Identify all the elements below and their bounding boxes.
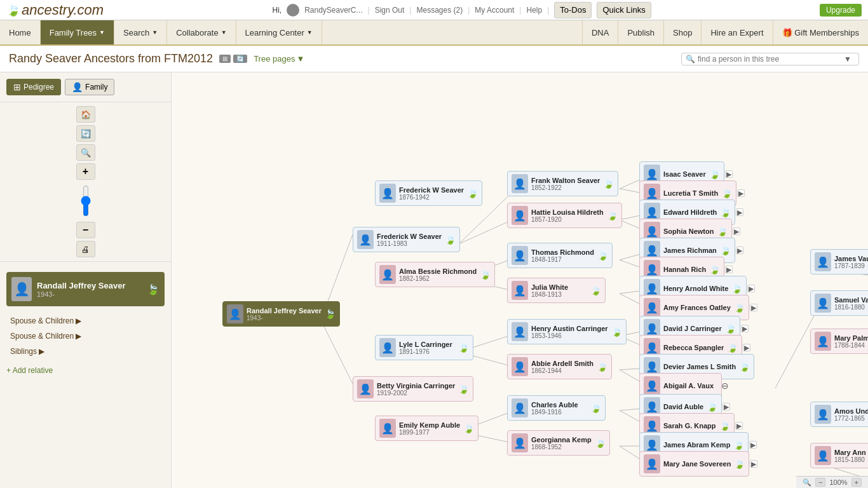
nav-dna[interactable]: DNA: [582, 20, 618, 44]
expand-sarah[interactable]: ▶: [735, 422, 743, 430]
logo: 🍃 ancestry.com: [6, 2, 104, 18]
person-frank[interactable]: 👤 Frank Walton Seaver 1852-1922 🍃: [507, 171, 618, 196]
name-betty: Betty Virginia Carringer: [377, 382, 455, 390]
name-emily: Emily Kemp Auble: [399, 421, 460, 429]
person-randall[interactable]: 👤 Randall Jeffrey Seaver 1943- 🍃: [222, 301, 340, 327]
nav-hire-expert[interactable]: Hire an Expert: [701, 20, 772, 44]
person-fw1[interactable]: 👤 Frederick W Seaver 1876-1942 🍃: [375, 180, 482, 206]
tree-canvas[interactable]: 👤 Randall Jeffrey Seaver 1943- 🍃 👤 Frede…: [172, 72, 868, 488]
siblings-link[interactable]: Siblings ▶: [6, 344, 165, 358]
root-person-dates: 1943-: [37, 290, 125, 298]
person-charles[interactable]: 👤 Charles Auble 1849-1916 🍃: [507, 395, 606, 421]
print-button[interactable]: 🖨: [76, 241, 95, 257]
person-emily[interactable]: 👤 Emily Kemp Auble 1899-1977 🍃: [375, 416, 478, 441]
leaf-isaac: 🍃: [709, 169, 720, 179]
nav-gift[interactable]: 🎁 Gift Memberships: [773, 20, 868, 44]
zoom-out-status[interactable]: −: [815, 478, 825, 487]
name-amy: Amy Frances Oatley: [663, 304, 731, 311]
tree-icon-button[interactable]: ⊞: [219, 55, 231, 63]
avatar-georgianna: 👤: [512, 433, 528, 452]
spouse-children-link-1[interactable]: Spouse & Children ▶: [6, 314, 165, 328]
expand-hannah[interactable]: ▶: [725, 266, 733, 273]
tree-sync-button[interactable]: 🔄: [233, 55, 247, 63]
expand-edward[interactable]: ▶: [736, 208, 743, 216]
nav-home[interactable]: Home: [0, 20, 41, 44]
expand-james-richman[interactable]: ▶: [736, 247, 743, 254]
dates-lyle: 1891-1976: [399, 348, 452, 355]
name-julia: Julia White: [531, 283, 568, 291]
avatar-mary-palmer: 👤: [815, 332, 831, 351]
name-henry-arnold: Henry Arnold White: [663, 285, 728, 292]
upgrade-button[interactable]: Upgrade: [820, 4, 862, 17]
nav-publish[interactable]: Publish: [618, 20, 663, 44]
help-link[interactable]: Help: [526, 6, 542, 15]
zoom-out-button[interactable]: −: [76, 222, 95, 238]
person-samuel-vaux[interactable]: 👤 Samuel Vaux 1816-1880 🍃: [810, 290, 868, 316]
person-thomas[interactable]: 👤 Thomas Richmond 1848-1917 🍃: [507, 243, 613, 268]
messages-link[interactable]: Messages (2): [416, 6, 463, 15]
leaf-lyle: 🍃: [458, 342, 469, 353]
zoom-in-button[interactable]: +: [76, 163, 95, 180]
nav-search[interactable]: Search ▼: [114, 20, 167, 44]
person-henry-austin[interactable]: 👤 Henry Austin Carringer 1853-1946 🍃: [507, 319, 627, 344]
leaf-sophia: 🍃: [717, 226, 728, 236]
person-abbie[interactable]: 👤 Abbie Ardell Smith 1862-1944 🍃: [507, 354, 612, 379]
search-dropdown-arrow[interactable]: ▼: [844, 55, 851, 64]
expand-sophia[interactable]: ▶: [733, 227, 740, 235]
leaf-emily: 🍃: [463, 423, 474, 433]
expand-david-auble[interactable]: ▶: [722, 403, 730, 410]
leaf-henry-arnold: 🍃: [731, 283, 742, 294]
find-person-input[interactable]: [698, 55, 844, 64]
dates-randall: 1943-: [247, 315, 322, 322]
nav-bar: Home Family Trees ▼ Search ▼ Collaborate…: [0, 20, 868, 46]
family-label: Family: [85, 83, 107, 92]
person-georgianna[interactable]: 👤 Georgianna Kemp 1868-1952 🍃: [507, 430, 610, 456]
person-mary-palmer[interactable]: 👤 Mary Palmer 1788-1844 + Add: [810, 329, 868, 354]
dates-mary-palmer: 1788-1844: [834, 342, 868, 349]
root-person-card[interactable]: 👤 Randall Jeffrey Seaver 1943- 🍃: [6, 272, 165, 306]
nav-shop[interactable]: Shop: [663, 20, 701, 44]
person-betty[interactable]: 👤 Betty Virginia Carringer 1919-2002 🍃: [353, 376, 473, 402]
expand-mary-jane[interactable]: ▶: [750, 460, 757, 468]
expand-lucretia[interactable]: ▶: [737, 189, 745, 197]
name-edward: Edward Hildreth: [663, 208, 717, 216]
signout-link[interactable]: Sign Out: [375, 6, 405, 15]
avatar-lyle: 👤: [379, 338, 396, 357]
person-frederick-w2[interactable]: 👤 Frederick W Seaver 1911-1983 🍃: [353, 227, 460, 252]
search-nav-button[interactable]: 🔍: [76, 144, 95, 161]
refresh-nav-button[interactable]: 🔄: [76, 125, 95, 142]
quicklinks-button[interactable]: Quick Links: [597, 2, 651, 18]
person-alma[interactable]: 👤 Alma Bessie Richmond 1882-1962 🍃: [375, 262, 495, 287]
pedigree-view-button[interactable]: ⊞ Pedigree: [6, 79, 61, 95]
add-relative-button[interactable]: + Add relative: [0, 362, 171, 379]
person-mary-ann[interactable]: 👤 Mary Ann Underhill 1815-1880 🍃: [810, 443, 868, 468]
nav-learning[interactable]: Learning Center ▼: [236, 20, 322, 44]
person-mary-jane[interactable]: 👤 Mary Jane Sovereen 🍃 ▶: [639, 451, 749, 477]
nav-collaborate[interactable]: Collaborate ▼: [167, 20, 236, 44]
find-person-search[interactable]: 🔍 ▼: [681, 53, 859, 65]
leaf-devier: 🍃: [739, 362, 750, 372]
expand-amy[interactable]: ▶: [750, 304, 757, 311]
expand-henry-arnold[interactable]: ▶: [747, 285, 755, 292]
expand-james-kemp[interactable]: ▶: [749, 441, 757, 449]
expand-abigail[interactable]: ⊖: [721, 381, 729, 391]
tree-pages-link[interactable]: Tree pages ▼: [254, 54, 304, 64]
zoom-in-status[interactable]: +: [851, 478, 862, 487]
spouse-children-link-2[interactable]: Spouse & Children ▶: [6, 329, 165, 343]
person-amos[interactable]: 👤 Amos Underhill 1772-1865 🍃: [810, 402, 868, 427]
expand-rebecca[interactable]: ▶: [743, 344, 750, 351]
person-james-vaux[interactable]: 👤 James Vaux 1787-1839 🍃: [810, 249, 868, 274]
name-abigail: Abigail A. Vaux: [663, 382, 714, 390]
todos-button[interactable]: To-Dos: [554, 2, 592, 18]
username-link[interactable]: RandySeaverC...: [304, 6, 362, 15]
myaccount-link[interactable]: My Account: [475, 6, 514, 15]
zoom-slider[interactable]: [78, 185, 93, 217]
person-hattie[interactable]: 👤 Hattie Louisa Hildreth 1857-1920 🍃: [507, 203, 622, 228]
expand-isaac[interactable]: ▶: [725, 170, 733, 178]
person-lyle[interactable]: 👤 Lyle L Carringer 1891-1976 🍃: [375, 335, 473, 360]
expand-david-car[interactable]: ▶: [741, 325, 749, 332]
person-julia[interactable]: 👤 Julia White 1848-1913 🍃: [507, 278, 606, 303]
nav-family-trees[interactable]: Family Trees ▼: [41, 20, 114, 44]
family-view-button[interactable]: 👤 Family: [65, 79, 114, 95]
home-nav-button[interactable]: 🏠: [76, 106, 95, 123]
